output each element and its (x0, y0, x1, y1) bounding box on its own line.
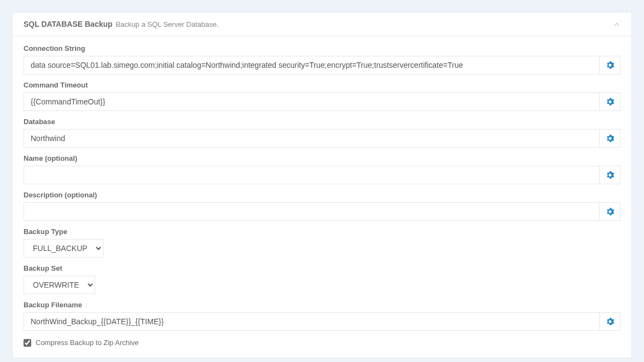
database-settings-button[interactable] (600, 129, 620, 148)
chevron-up-icon (613, 20, 620, 28)
field-compress: Compress Backup to Zip Archive (24, 338, 620, 347)
command-timeout-settings-button[interactable] (600, 92, 620, 111)
name-input[interactable] (24, 166, 600, 184)
field-name: Name (optional) (24, 154, 620, 184)
connection-string-label: Connection String (24, 44, 620, 52)
name-label: Name (optional) (24, 154, 620, 162)
database-input[interactable] (24, 129, 600, 148)
description-settings-button[interactable] (600, 202, 620, 221)
backup-filename-input[interactable] (24, 312, 600, 331)
description-label: Description (optional) (24, 191, 620, 199)
field-connection-string: Connection String (24, 44, 620, 74)
field-command-timeout: Command Timeout (24, 81, 620, 111)
name-settings-button[interactable] (600, 166, 620, 184)
field-description: Description (optional) (24, 191, 620, 221)
field-backup-filename: Backup Filename (24, 301, 620, 331)
field-backup-type: Backup Type FULL_BACKUP (24, 227, 620, 258)
field-backup-set: Backup Set OVERWRITE (24, 264, 620, 294)
field-database: Database (24, 118, 620, 148)
backup-type-select[interactable]: FULL_BACKUP (24, 239, 103, 258)
description-input[interactable] (24, 202, 600, 221)
backup-set-label: Backup Set (24, 264, 620, 272)
panel-subtitle: Backup a SQL Server Database. (115, 20, 218, 28)
command-timeout-label: Command Timeout (24, 81, 620, 89)
panel-title-wrap: SQL DATABASE Backup Backup a SQL Server … (24, 20, 219, 28)
panel-title: SQL DATABASE Backup (24, 20, 113, 28)
database-label: Database (24, 118, 620, 126)
gear-icon (606, 98, 614, 106)
gear-icon (606, 171, 614, 179)
sql-backup-panel: SQL DATABASE Backup Backup a SQL Server … (12, 12, 632, 358)
gear-icon (606, 135, 614, 142)
connection-string-settings-button[interactable] (600, 56, 620, 74)
gear-icon (606, 208, 614, 215)
command-timeout-input[interactable] (24, 92, 600, 111)
backup-filename-label: Backup Filename (24, 301, 620, 309)
collapse-button[interactable] (613, 20, 620, 28)
gear-icon (606, 61, 614, 69)
compress-label: Compress Backup to Zip Archive (36, 338, 139, 347)
backup-set-select[interactable]: OVERWRITE (24, 276, 95, 294)
backup-type-label: Backup Type (24, 227, 620, 236)
compress-checkbox[interactable] (24, 339, 31, 347)
panel-body: Connection String Command Timeout (13, 36, 631, 358)
backup-filename-settings-button[interactable] (600, 312, 620, 331)
connection-string-input[interactable] (24, 56, 600, 74)
panel-header: SQL DATABASE Backup Backup a SQL Server … (13, 13, 631, 36)
gear-icon (606, 318, 614, 325)
